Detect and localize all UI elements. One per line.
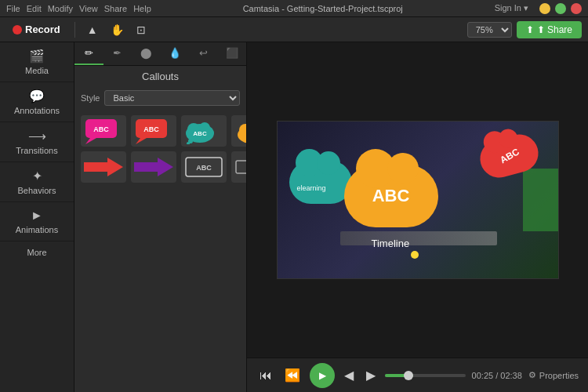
behaviors-icon: ✦ <box>32 169 42 183</box>
transitions-label: Transitions <box>16 146 57 155</box>
panel: ✏ ✒ ⬤ 💧 ↩ ⬛ Callouts Style Basic Sketch … <box>74 42 247 392</box>
preview-area: elearning ABC ABC Timeline ⏮ ⏪ ▶ <box>247 42 588 392</box>
properties-button[interactable]: ⚙ Properties <box>528 370 579 380</box>
properties-label: Properties <box>539 371 579 380</box>
annotations-icon: 💬 <box>29 89 45 103</box>
title-bar: File Edit Modify View Share Help Camtasi… <box>0 0 588 17</box>
menu-modify[interactable]: Modify <box>48 4 73 13</box>
record-dot-icon <box>13 25 22 34</box>
play-button[interactable]: ▶ <box>310 363 335 388</box>
gray-bar <box>340 231 497 245</box>
crop-tool[interactable]: ⊡ <box>132 21 150 38</box>
time-separator: / <box>495 371 498 380</box>
teal-cloud: elearning <box>289 161 352 204</box>
svg-marker-15 <box>84 158 123 176</box>
sidebar-item-behaviors[interactable]: ✦ Behaviors <box>0 162 74 202</box>
menu-bar[interactable]: File Edit Modify View Share Help <box>6 4 151 13</box>
elearning-label: elearning <box>297 184 326 192</box>
close-button[interactable] <box>571 3 582 14</box>
menu-help[interactable]: Help <box>133 4 151 13</box>
menu-edit[interactable]: Edit <box>27 4 42 13</box>
callout-label-outline[interactable]: ABC <box>231 151 246 183</box>
callout-speech-pink[interactable]: ABC <box>81 115 126 147</box>
share-icon: ⬆ <box>526 24 534 35</box>
svg-text:ABC: ABC <box>143 125 159 133</box>
menu-share[interactable]: Share <box>104 4 127 13</box>
style-select[interactable]: Basic Sketch Modern <box>104 90 240 106</box>
style-row: Style Basic Sketch Modern <box>74 87 246 109</box>
playback-bar: ⏮ ⏪ ▶ ◀ ▶ 00:25 / 02:38 ⚙ Properties <box>247 358 588 392</box>
media-label: Media <box>25 66 49 75</box>
callout-box-outline[interactable]: ABC <box>181 151 227 183</box>
green-bar <box>523 169 558 231</box>
app-body: 🎬 Media 💬 Annotations ⟶ Transitions ✦ Be… <box>0 42 588 392</box>
behaviors-label: Behaviors <box>18 186 56 195</box>
sidebar-item-transitions[interactable]: ⟶ Transitions <box>0 122 74 162</box>
panel-tabs: ✏ ✒ ⬤ 💧 ↩ ⬛ <box>74 42 246 66</box>
record-label: Record <box>25 24 60 35</box>
menu-file[interactable]: File <box>6 4 20 13</box>
progress-bar[interactable] <box>385 374 466 377</box>
sidebar-item-media[interactable]: 🎬 Media <box>0 42 74 82</box>
svg-marker-1 <box>85 138 96 144</box>
panel-title: Callouts <box>74 66 246 87</box>
zoom-select[interactable]: 75% <box>467 22 512 38</box>
panel-tab-drop[interactable]: 💧 <box>161 42 190 65</box>
orange-cloud: ABC <box>344 165 438 227</box>
callout-cloud-teal[interactable]: ABC <box>181 115 227 147</box>
more-button[interactable]: More <box>0 241 74 263</box>
timeline-label: Timeline <box>372 238 410 249</box>
svg-marker-16 <box>134 158 173 176</box>
project-title: Camtasia - Getting-Started-Project.tscpr… <box>243 4 403 13</box>
yellow-dot <box>411 251 419 259</box>
style-label: Style <box>81 93 100 103</box>
abc-big-label: ABC <box>372 186 410 206</box>
panel-tab-pen[interactable]: ✒ <box>103 42 132 65</box>
callout-grid: ABC ABC ABC <box>74 109 246 189</box>
toolbar-right: 75% ⬆ ⬆ Share <box>467 21 582 38</box>
transitions-icon: ⟶ <box>28 129 46 143</box>
preview-canvas: elearning ABC ABC Timeline <box>247 42 588 358</box>
left-sidebar: 🎬 Media 💬 Annotations ⟶ Transitions ✦ Be… <box>0 42 74 392</box>
prev-frame-button[interactable]: ◀ <box>341 365 357 386</box>
media-icon: 🎬 <box>29 49 45 64</box>
svg-text:ABC: ABC <box>196 164 212 172</box>
annotations-label: Annotations <box>14 106 60 115</box>
panel-tab-undo[interactable]: ↩ <box>189 42 218 65</box>
window-controls[interactable]: Sign In ▾ <box>495 3 582 14</box>
sidebar-item-annotations[interactable]: 💬 Annotations <box>0 82 74 122</box>
rewind-button[interactable]: ⏮ <box>256 365 275 386</box>
panel-tab-circle[interactable]: ⬤ <box>132 42 161 65</box>
minimize-button[interactable] <box>539 3 550 14</box>
share-button[interactable]: ⬆ ⬆ Share <box>517 21 582 38</box>
share-label: ⬆ Share <box>537 24 572 35</box>
sign-in[interactable]: Sign In ▾ <box>495 3 528 13</box>
time-total: 02:38 <box>500 371 522 380</box>
panel-tab-box[interactable]: ⬛ <box>218 42 247 65</box>
svg-text:ABC: ABC <box>193 130 207 137</box>
animations-icon: ► <box>31 209 43 223</box>
panel-tab-pencil[interactable]: ✏ <box>74 42 103 65</box>
callout-arrow-red[interactable] <box>81 151 126 183</box>
preview-image: elearning ABC ABC Timeline <box>277 121 559 279</box>
animations-label: Animations <box>16 225 58 234</box>
step-back-button[interactable]: ⏪ <box>281 365 303 386</box>
time-current: 00:25 <box>472 371 494 380</box>
cursor-tool[interactable]: ▲ <box>83 21 102 38</box>
record-button[interactable]: Record <box>6 20 67 38</box>
callout-arrow-purple[interactable] <box>131 151 176 183</box>
svg-marker-4 <box>136 138 147 144</box>
toolbar-separator <box>74 22 75 38</box>
hand-tool[interactable]: ✋ <box>107 21 128 38</box>
gear-icon: ⚙ <box>528 370 536 380</box>
main-toolbar: Record ▲ ✋ ⊡ 75% ⬆ ⬆ Share <box>0 17 588 42</box>
menu-view[interactable]: View <box>79 4 98 13</box>
callout-cloud-orange[interactable] <box>231 115 246 147</box>
svg-text:ABC: ABC <box>93 125 109 133</box>
next-frame-button[interactable]: ▶ <box>363 365 379 386</box>
svg-rect-19 <box>236 161 246 173</box>
sidebar-item-animations[interactable]: ► Animations <box>0 202 74 241</box>
maximize-button[interactable] <box>555 3 566 14</box>
callout-speech-red[interactable]: ABC <box>131 115 176 147</box>
time-display: 00:25 / 02:38 <box>472 371 522 380</box>
